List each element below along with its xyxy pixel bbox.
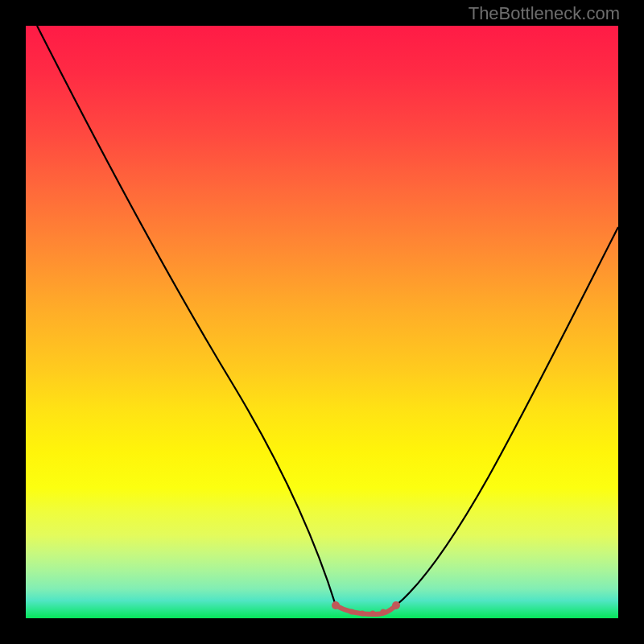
- right-curve: [396, 227, 618, 605]
- bottom-segment-lump-2: [360, 611, 365, 617]
- bottom-segment: [336, 605, 396, 614]
- bottom-segment-lump-1: [349, 609, 355, 615]
- bottom-segment-lump-4: [381, 609, 386, 615]
- bottom-segment-marker-left: [332, 601, 340, 609]
- attribution-label: TheBottleneck.com: [469, 3, 620, 24]
- chart-frame: TheBottleneck.com: [0, 0, 644, 644]
- plot-area: [26, 26, 618, 618]
- bottom-segment-lump-3: [370, 611, 376, 617]
- bottom-segment-marker-right: [392, 601, 400, 609]
- left-curve: [37, 26, 336, 605]
- curve-overlay: [26, 26, 618, 618]
